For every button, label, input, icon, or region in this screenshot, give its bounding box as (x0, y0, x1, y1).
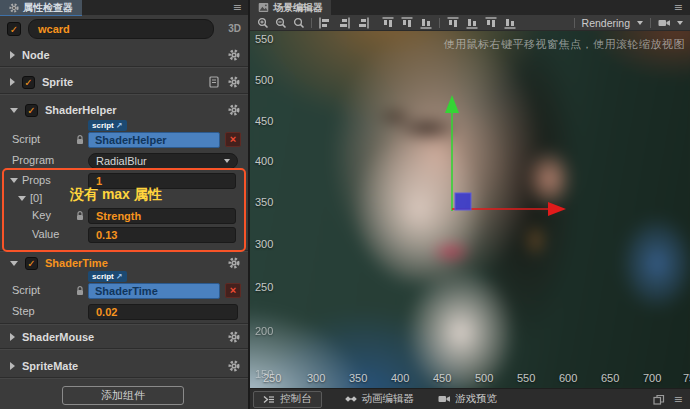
shader-time-enabled-checkbox[interactable]: ✓ (25, 257, 38, 270)
zoom-in-icon[interactable] (257, 17, 268, 28)
gear-icon (9, 3, 19, 13)
section-shader-helper-title: ShaderHelper (45, 104, 117, 116)
gear-icon[interactable] (228, 331, 240, 343)
tab-game-preview[interactable]: 游戏预览 (429, 391, 506, 408)
collapse-icon (10, 108, 18, 113)
value-field[interactable]: 0.13 (88, 227, 236, 243)
gear-icon[interactable] (228, 104, 240, 116)
gear-icon[interactable] (228, 49, 240, 61)
gear-icon[interactable] (228, 360, 240, 372)
section-shader-helper[interactable]: ✓ ShaderHelper (0, 101, 248, 119)
section-sprite[interactable]: ✓ Sprite (0, 73, 248, 91)
animation-tab-label: 动画编辑器 (362, 392, 415, 406)
chevron-down-icon[interactable] (677, 21, 683, 25)
node-name-row: ✓ wcard 3D (0, 19, 248, 41)
windows-restore-icon[interactable] (653, 394, 665, 406)
external-link-icon: ↗ (116, 121, 123, 130)
section-sprite-mate-title: SpriteMate (22, 360, 78, 372)
tab-scene-editor[interactable]: 场景编辑器 (250, 0, 331, 15)
align-left-icon[interactable] (319, 17, 331, 29)
panel-menu-icon[interactable]: ≡ (233, 1, 242, 14)
doc-icon[interactable] (208, 76, 220, 88)
element-index-label: [0] (30, 192, 42, 204)
collapse-icon[interactable] (10, 178, 18, 183)
remove-script-button[interactable]: × (225, 283, 241, 298)
align-top-icon[interactable] (382, 17, 394, 29)
scene-tab-title: 场景编辑器 (273, 1, 323, 15)
tab-property-inspector[interactable]: 属性检查器 (0, 0, 82, 16)
gear-icon[interactable] (228, 257, 240, 269)
step-field[interactable]: 0.02 (88, 304, 238, 320)
zoom-out-icon[interactable] (275, 17, 286, 28)
key-row: Key Strength (0, 208, 248, 224)
transform-gizmo[interactable] (250, 31, 690, 388)
section-shader-mouse[interactable]: ShaderMouse (0, 328, 248, 346)
section-shader-time[interactable]: ✓ ShaderTime (0, 254, 248, 272)
key-field[interactable]: Strength (88, 208, 236, 224)
mode-3d-toggle[interactable]: 3D (228, 23, 241, 34)
shader-time-script-row: Script ShaderTime × (0, 283, 248, 299)
bottom-bar: 控制台 动画编辑器 游戏预览 ≡ (250, 388, 690, 409)
section-sprite-title: Sprite (42, 76, 73, 88)
expand-icon (10, 333, 15, 341)
program-select[interactable]: RadialBlur (88, 153, 238, 169)
inspector-tab-title: 属性检查器 (23, 1, 73, 15)
collapse-icon (10, 261, 18, 266)
expand-icon (10, 362, 15, 370)
distribute-vertical-icon[interactable] (466, 17, 478, 29)
add-component-button[interactable]: 添加组件 (62, 386, 184, 405)
divider (0, 377, 248, 378)
align-center-horizontal-icon[interactable] (338, 17, 350, 29)
tab-console[interactable]: 控制台 (253, 391, 322, 408)
distribute-edges-icon[interactable] (504, 17, 516, 29)
gizmo-x-arrowhead-icon[interactable] (548, 202, 566, 216)
lock-icon (76, 286, 84, 296)
camera-icon[interactable] (658, 17, 670, 29)
panel-menu-icon[interactable]: ≡ (674, 1, 683, 14)
collapse-icon[interactable] (18, 196, 26, 201)
scene-viewport[interactable]: 使用鼠标右键平移视窗焦点，使用滚轮缩放视图 550 500 450 400 35… (250, 31, 690, 388)
value-row: Value 0.13 (0, 227, 248, 243)
chevron-down-icon[interactable] (637, 21, 643, 25)
script-link-badge[interactable]: script ↗ (88, 120, 127, 131)
lock-icon (76, 135, 84, 145)
shader-helper-enabled-checkbox[interactable]: ✓ (25, 104, 38, 117)
shader-time-script-field[interactable]: ShaderTime (88, 283, 220, 299)
script-link-badge[interactable]: script ↗ (88, 271, 127, 282)
chevron-down-icon (224, 159, 230, 163)
divider (0, 66, 248, 67)
image-icon (258, 2, 269, 13)
zoom-reset-icon[interactable] (293, 17, 304, 28)
section-node[interactable]: Node (0, 46, 248, 64)
distribute-horizontal-icon[interactable] (447, 17, 459, 29)
step-label: Step (12, 305, 35, 317)
divider (0, 93, 248, 94)
toolbar-separator (439, 18, 440, 28)
expand-icon (10, 51, 15, 59)
console-icon (263, 394, 275, 405)
shader-helper-script-field[interactable]: ShaderHelper (88, 132, 220, 148)
inspector-tabbar: 属性检查器 ≡ (0, 0, 248, 15)
gizmo-y-arrowhead-icon[interactable] (445, 95, 459, 113)
divider (0, 250, 248, 251)
editor-window: 属性检查器 ≡ ✓ wcard 3D Node ✓ Sprite (0, 0, 690, 409)
distribute-center-icon[interactable] (485, 17, 497, 29)
node-name-input[interactable]: wcard (28, 19, 214, 39)
section-sprite-mate[interactable]: SpriteMate (0, 357, 248, 375)
toolbar-separator (311, 18, 312, 28)
tab-animation-editor[interactable]: 动画编辑器 (336, 391, 424, 408)
gear-icon[interactable] (228, 76, 240, 88)
value-label: Value (32, 228, 59, 240)
gizmo-origin-handle[interactable] (455, 193, 471, 210)
props-label: Props (22, 174, 51, 186)
node-active-checkbox[interactable]: ✓ (7, 22, 21, 36)
script-badge-label: script (92, 121, 114, 130)
align-middle-icon[interactable] (401, 17, 413, 29)
remove-script-button[interactable]: × (225, 132, 241, 147)
align-bottom-icon[interactable] (420, 17, 432, 29)
program-label: Program (12, 154, 54, 166)
menu-icon[interactable]: ≡ (674, 393, 683, 406)
rendering-dropdown-label[interactable]: Rendering (582, 17, 630, 29)
align-right-icon[interactable] (357, 17, 369, 29)
sprite-enabled-checkbox[interactable]: ✓ (22, 76, 35, 89)
